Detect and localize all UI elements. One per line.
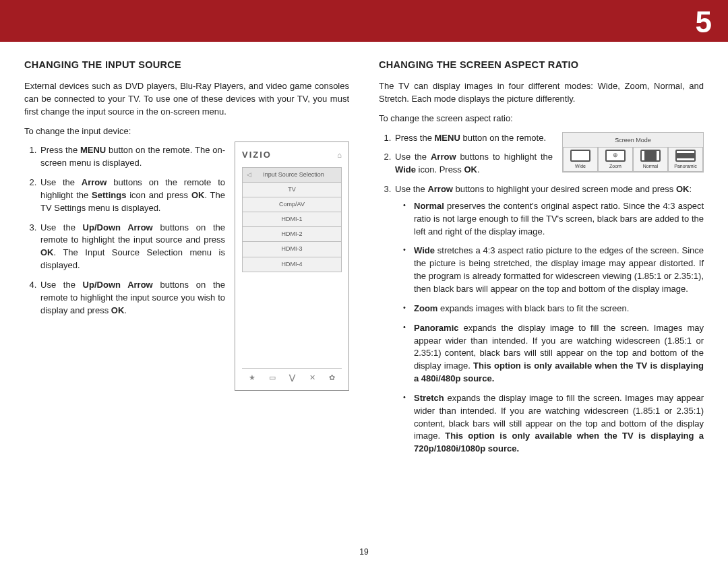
chapter-number: 5 — [696, 5, 712, 39]
page-content: CHANGING THE INPUT SOURCE External devic… — [0, 42, 728, 462]
mode-wide: Wide — [563, 147, 598, 172]
right-steps: Press the MENU button on the remote. Use… — [379, 132, 704, 456]
screen-mode-illustration: Screen Mode Wide ⊕Zoom Normal Panoramic — [562, 132, 704, 173]
menu-item-comp: Comp/AV — [242, 197, 342, 212]
mode-normal: Normal — [633, 147, 668, 172]
rect-icon: ▭ — [269, 373, 276, 383]
vizio-footer-icons: ★ ▭ ⋁ ✕ ✿ — [242, 368, 342, 383]
mode-desc-zoom: Zoom expands images with black bars to f… — [407, 303, 704, 315]
menu-item-hdmi4: HDMI-4 — [242, 257, 342, 272]
menu-item-tv: TV — [242, 182, 342, 197]
right-column: CHANGING THE SCREEN ASPECT RATIO The TV … — [379, 58, 704, 462]
left-step-2: Use the Arrow buttons on the remote to h… — [39, 177, 225, 215]
mode-zoom: ⊕Zoom — [598, 147, 633, 172]
left-step-3: Use the Up/Down Arrow buttons on the rem… — [39, 222, 225, 272]
gear-icon: ✿ — [329, 373, 335, 383]
left-step-4: Use the Up/Down Arrow buttons on the rem… — [39, 279, 225, 317]
top-banner — [0, 0, 728, 42]
mode-panoramic: Panoramic — [668, 147, 703, 172]
screen-mode-title: Screen Mode — [563, 133, 703, 147]
menu-title-row: ◁ Input Source Selection — [242, 167, 342, 182]
menu-item-hdmi3: HDMI-3 — [242, 241, 342, 256]
mode-desc-stretch: Stretch expands the display image to fil… — [407, 392, 704, 456]
right-step-3: Use the Arrow buttons to highlight your … — [394, 183, 704, 456]
menu-item-hdmi2: HDMI-2 — [242, 226, 342, 241]
close-icon: ✕ — [309, 373, 315, 383]
left-lead: To change the input device: — [24, 125, 349, 138]
left-step-1: Press the MENU button on the remote. The… — [39, 144, 225, 170]
left-column: CHANGING THE INPUT SOURCE External devic… — [24, 58, 349, 462]
chevron-down-icon: ⋁ — [289, 373, 295, 383]
mode-desc-normal: Normal preserves the content's original … — [407, 200, 704, 239]
left-steps: Press the MENU button on the remote. The… — [24, 144, 225, 317]
home-icon: ⌂ — [337, 150, 342, 161]
page-number: 19 — [359, 547, 368, 557]
back-arrow-icon: ◁ — [243, 170, 251, 179]
vizio-menu-illustration: VIZIO ⌂ ◁ Input Source Selection TV Comp… — [235, 142, 349, 391]
vizio-logo: VIZIO — [242, 149, 272, 162]
mode-desc-wide: Wide stretches a 4:3 aspect ratio pictur… — [407, 245, 704, 295]
left-heading: CHANGING THE INPUT SOURCE — [24, 58, 349, 72]
right-heading: CHANGING THE SCREEN ASPECT RATIO — [379, 58, 704, 72]
menu-item-hdmi1: HDMI-1 — [242, 212, 342, 226]
right-lead: To change the screen aspect ratio: — [379, 113, 704, 125]
star-icon: ★ — [249, 373, 255, 383]
right-intro: The TV can display images in four differ… — [379, 80, 704, 106]
menu-title: Input Source Selection — [263, 170, 334, 179]
left-intro: External devices such as DVD players, Bl… — [24, 80, 349, 119]
mode-desc-panoramic: Panoramic expands the display image to f… — [407, 322, 704, 385]
